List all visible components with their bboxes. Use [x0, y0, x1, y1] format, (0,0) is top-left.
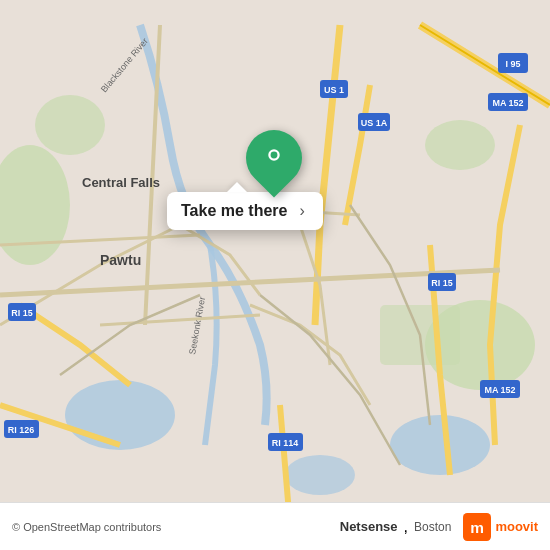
separator: , [404, 518, 408, 536]
svg-point-3 [35, 95, 105, 155]
svg-text:Central Falls: Central Falls [82, 175, 160, 190]
svg-text:m: m [471, 518, 485, 535]
bottom-bar: © OpenStreetMap contributors Netsense , … [0, 502, 550, 550]
map-attribution: © OpenStreetMap contributors [12, 521, 340, 533]
tooltip-label: Take me there [181, 202, 287, 220]
app-info: Netsense , Boston [340, 518, 452, 536]
svg-text:RI 15: RI 15 [11, 308, 33, 318]
svg-point-8 [285, 455, 355, 495]
map-container: I 95 US 1 US 1A MA 152 MA 152 RI 15 RI 1… [0, 0, 550, 550]
arrow-right-icon: › [299, 202, 304, 220]
location-pin [234, 118, 313, 197]
pin-dot [263, 144, 285, 172]
moovit-icon: m [463, 513, 491, 541]
map-pin [246, 130, 302, 186]
svg-text:US 1: US 1 [324, 85, 344, 95]
moovit-text: moovit [495, 519, 538, 534]
svg-text:RI 126: RI 126 [8, 425, 35, 435]
svg-text:RI 114: RI 114 [272, 438, 299, 448]
moovit-logo: m moovit [463, 513, 538, 541]
app-name: Netsense [340, 519, 398, 534]
map-background: I 95 US 1 US 1A MA 152 MA 152 RI 15 RI 1… [0, 0, 550, 550]
svg-text:Pawtu: Pawtu [100, 252, 141, 268]
svg-text:I 95: I 95 [505, 59, 520, 69]
svg-point-7 [390, 415, 490, 475]
svg-point-6 [65, 380, 175, 450]
tooltip-card[interactable]: Take me there › [167, 192, 323, 230]
svg-text:MA 152: MA 152 [492, 98, 523, 108]
svg-text:MA 152: MA 152 [484, 385, 515, 395]
svg-text:US 1A: US 1A [361, 118, 388, 128]
svg-point-31 [269, 150, 278, 159]
svg-text:RI 15: RI 15 [431, 278, 453, 288]
svg-point-4 [425, 120, 495, 170]
app-city: Boston [414, 520, 451, 534]
